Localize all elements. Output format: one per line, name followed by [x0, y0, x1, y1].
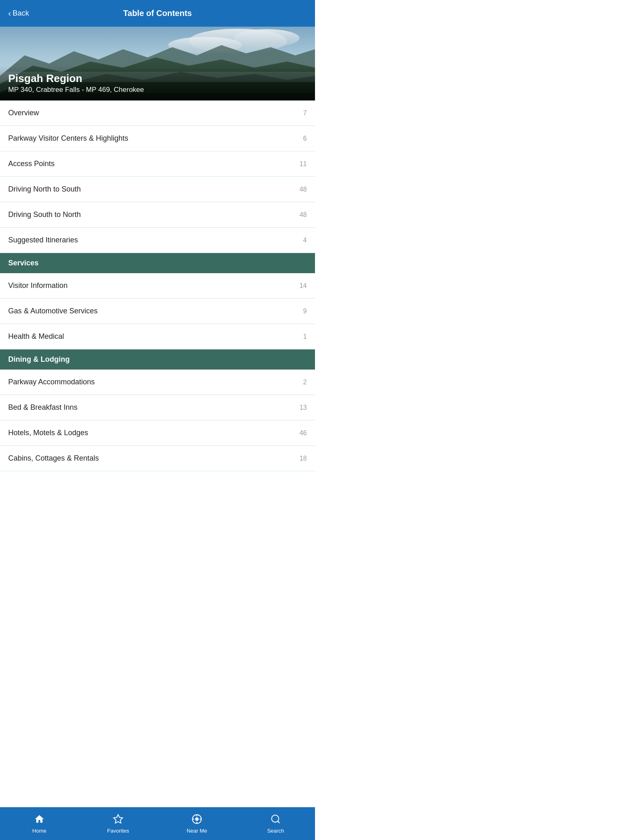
toc-item-page: 48: [294, 211, 307, 219]
toc-item-page: 1: [294, 333, 307, 340]
toc-item-page: 46: [294, 429, 307, 437]
svg-point-2: [234, 29, 299, 47]
section-header-label: Services: [8, 259, 39, 267]
toc-item-page: 6: [294, 135, 307, 142]
toc-item-label: Cabins, Cottages & Rentals: [8, 454, 99, 463]
toc-item[interactable]: Parkway Accommodations 2: [0, 370, 315, 395]
chevron-left-icon: ‹: [8, 9, 11, 18]
app-header: ‹ Back Table of Contents: [0, 0, 315, 27]
toc-item-page: 48: [294, 186, 307, 193]
toc-item[interactable]: Visitor Information 14: [0, 273, 315, 299]
hero-subtitle: MP 340, Crabtree Falls - MP 469, Cheroke…: [8, 86, 307, 94]
back-button[interactable]: ‹ Back: [8, 9, 29, 18]
toc-item-page: 7: [294, 110, 307, 117]
toc-item-label: Driving North to South: [8, 185, 81, 194]
toc-item[interactable]: Hotels, Motels & Lodges 46: [0, 420, 315, 446]
toc-item-label: Parkway Accommodations: [8, 378, 95, 386]
toc-item[interactable]: Suggested Itineraries 4: [0, 228, 315, 253]
toc-list: Overview 7 Parkway Visitor Centers & Hig…: [0, 100, 315, 471]
toc-item-label: Driving South to North: [8, 210, 81, 219]
toc-item-label: Health & Medical: [8, 332, 64, 341]
toc-item[interactable]: Access Points 11: [0, 151, 315, 177]
toc-item-page: 11: [294, 160, 307, 168]
toc-item-label: Overview: [8, 109, 39, 117]
toc-item-label: Access Points: [8, 160, 55, 168]
toc-item-label: Suggested Itineraries: [8, 236, 78, 244]
section-toc-items: Services Visitor Information 14 Gas & Au…: [0, 253, 315, 471]
toc-item[interactable]: Health & Medical 1: [0, 324, 315, 349]
toc-item[interactable]: Gas & Automotive Services 9: [0, 299, 315, 324]
toc-item[interactable]: Parkway Visitor Centers & Highlights 6: [0, 126, 315, 151]
back-label: Back: [13, 9, 29, 18]
toc-item-page: 14: [294, 282, 307, 290]
toc-item-page: 4: [294, 237, 307, 244]
toc-item-page: 18: [294, 455, 307, 462]
header-title: Table of Contents: [123, 9, 192, 18]
toc-item[interactable]: Overview 7: [0, 100, 315, 126]
toc-item-page: 9: [294, 308, 307, 315]
section-header: Dining & Lodging: [0, 349, 315, 370]
toc-item-label: Bed & Breakfast Inns: [8, 403, 78, 412]
hero-overlay: Pisgah Region MP 340, Crabtree Falls - M…: [0, 66, 315, 100]
toc-item-page: 13: [294, 404, 307, 411]
toc-item-label: Gas & Automotive Services: [8, 307, 98, 315]
toc-item[interactable]: Bed & Breakfast Inns 13: [0, 395, 315, 420]
toc-item-label: Parkway Visitor Centers & Highlights: [8, 134, 128, 143]
section-header: Services: [0, 253, 315, 273]
toc-item-label: Hotels, Motels & Lodges: [8, 429, 88, 437]
toc-item[interactable]: Cabins, Cottages & Rentals 18: [0, 446, 315, 471]
toc-item[interactable]: Driving North to South 48: [0, 177, 315, 202]
main-toc-items: Overview 7 Parkway Visitor Centers & Hig…: [0, 100, 315, 253]
hero-title: Pisgah Region: [8, 72, 307, 85]
toc-item-label: Visitor Information: [8, 281, 68, 290]
toc-item[interactable]: Driving South to North 48: [0, 202, 315, 228]
toc-item-page: 2: [294, 379, 307, 386]
hero-image: Pisgah Region MP 340, Crabtree Falls - M…: [0, 27, 315, 100]
section-header-label: Dining & Lodging: [8, 355, 70, 363]
